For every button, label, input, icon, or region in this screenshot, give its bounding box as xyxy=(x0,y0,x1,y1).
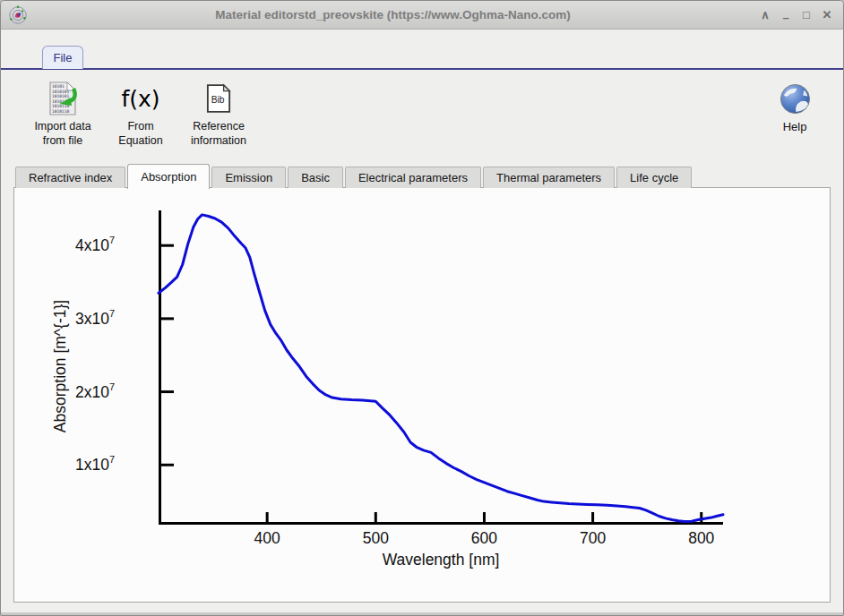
tab-absorption[interactable]: Absorption xyxy=(127,164,210,189)
tab-basic[interactable]: Basic xyxy=(288,167,343,188)
import-data-label: Import data from file xyxy=(21,120,105,148)
window-controls: ∧ – □ ✕ xyxy=(758,8,834,22)
help-label: Help xyxy=(766,120,823,134)
y-tick-label: 2x107 xyxy=(75,381,115,401)
from-equation-button[interactable]: f(x) From Equation xyxy=(105,80,177,148)
svg-text:Bib: Bib xyxy=(211,95,225,105)
tab-life-cycle[interactable]: Life cycle xyxy=(616,167,692,188)
tab-emission[interactable]: Emission xyxy=(211,167,286,188)
x-axis-title: Wavelength [nm] xyxy=(383,551,500,569)
help-button[interactable]: Help xyxy=(766,80,823,134)
svg-text:1010101: 1010101 xyxy=(52,94,70,98)
absorption-curve xyxy=(159,215,723,522)
titlebar[interactable]: Material editorstd_preovskite (https://w… xyxy=(1,1,843,30)
svg-text:1010110: 1010110 xyxy=(52,109,70,114)
window-title: Material editorstd_preovskite (https://w… xyxy=(28,8,758,21)
material-editor-window: Material editorstd_preovskite (https://w… xyxy=(0,0,844,616)
tab-electrical-parameters[interactable]: Electrical parameters xyxy=(345,167,481,188)
y-tick-label: 1x107 xyxy=(75,454,115,474)
from-equation-label: From Equation xyxy=(105,120,177,148)
reference-information-label: Reference information xyxy=(177,120,261,148)
close-button[interactable]: ✕ xyxy=(820,8,834,22)
y-axis-title: Absorption [m^{-1}] xyxy=(51,300,69,432)
svg-text:10101: 10101 xyxy=(52,84,65,89)
tab-bar: Refractive indexAbsorptionEmissionBasicE… xyxy=(1,163,843,188)
x-tick-label: 500 xyxy=(363,529,389,547)
ribbon-tab-file[interactable]: File xyxy=(42,46,83,69)
minimize-button[interactable]: – xyxy=(779,11,793,25)
x-tick-label: 700 xyxy=(580,529,606,547)
equation-icon: f(x) xyxy=(105,80,177,117)
import-data-icon: 10101 1010101 1010101 101011 1010110 101… xyxy=(21,80,105,117)
shade-button[interactable]: ∧ xyxy=(758,8,772,22)
tab-refractive-index[interactable]: Refractive index xyxy=(15,167,125,188)
atom-app-icon xyxy=(8,5,28,25)
x-tick-label: 800 xyxy=(688,529,714,547)
y-tick-label: 4x107 xyxy=(75,235,115,254)
import-data-button[interactable]: 10101 1010101 1010101 101011 1010110 101… xyxy=(21,80,105,148)
svg-text:1010101: 1010101 xyxy=(52,90,70,94)
toolbar: 10101 1010101 1010101 101011 1010110 101… xyxy=(1,70,843,163)
ribbon-tab-row: File xyxy=(1,30,843,70)
globe-icon xyxy=(766,80,823,117)
tab-thermal-parameters[interactable]: Thermal parameters xyxy=(483,167,615,188)
bib-icon: Bib xyxy=(177,80,261,117)
tab-content-panel: 1x1072x1073x1074x107400500600700800Wavel… xyxy=(13,187,831,603)
x-tick-label: 400 xyxy=(254,529,280,547)
x-tick-label: 600 xyxy=(471,529,497,547)
y-tick-label: 3x107 xyxy=(75,308,115,328)
reference-information-button[interactable]: Bib Reference information xyxy=(177,80,261,148)
absorption-chart: 1x1072x1073x1074x107400500600700800Wavel… xyxy=(14,188,830,602)
maximize-button[interactable]: □ xyxy=(799,8,814,22)
